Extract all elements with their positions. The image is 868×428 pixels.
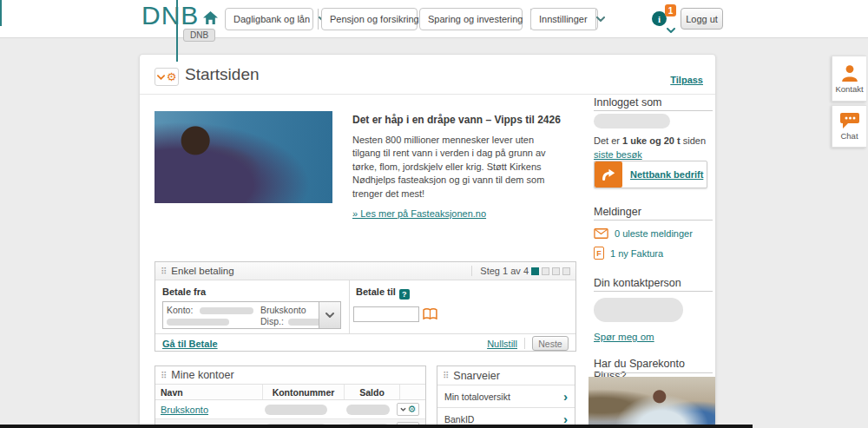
divider (594, 372, 713, 373)
visit-middle: siden (681, 135, 706, 146)
redacted-kontonummer (265, 405, 327, 415)
drag-handle-icon[interactable]: ⠿ (161, 267, 167, 276)
shortcut-totaloversikt[interactable]: Min totaloversikt › (437, 385, 575, 407)
reset-link[interactable]: Nullstill (487, 339, 517, 349)
nav-label: Innstillinger (531, 14, 595, 24)
address-book-icon[interactable] (423, 307, 437, 323)
invoice-link[interactable]: F 1 ny Faktura (594, 247, 663, 260)
divider (594, 220, 713, 221)
account-select[interactable]: Konto: Brukskonto Disp.: (162, 301, 341, 329)
dnb-netbank-page: DNB Dagligbank og lån Pensjon og forsikr… (0, 0, 868, 428)
next-button[interactable]: Neste (532, 336, 569, 351)
payment-footer: Gå til Betale Nullstill Neste (155, 333, 575, 352)
article-link[interactable]: » Les mer på Fasteaksjonen.no (352, 208, 486, 219)
accounts-widget-header: ⠿ Mine kontoer (155, 366, 425, 384)
customize-link[interactable]: Tilpass (670, 75, 703, 85)
person-icon (840, 63, 859, 82)
article: Det er håp i en dråpe vann – Vipps til 2… (352, 114, 562, 221)
nav-pensjon[interactable]: Pensjon og forsikring (321, 8, 418, 30)
shortcuts-widget-title: Snarveier (453, 370, 500, 382)
last-visit-text: Det er 1 uke og 20 t siden siste besøk (594, 135, 713, 162)
ask-me-link[interactable]: Spør meg om (594, 332, 654, 342)
page-header: ⚙ Startsiden Tilpass (140, 55, 715, 95)
nav-label: Dagligbank og lån (226, 14, 318, 24)
page-settings-button[interactable]: ⚙ (155, 68, 179, 86)
payment-body: Betale fra Betale til? Konto: Brukskonto… (155, 280, 575, 333)
info-glyph: i (658, 14, 661, 24)
step-indicator: Steg 1 av 4 (471, 266, 570, 276)
redacted-balance (167, 319, 229, 326)
help-icon[interactable]: ? (399, 289, 410, 300)
dnb-logo-tooltip: DNB (183, 29, 215, 42)
drag-handle-icon[interactable]: ⠿ (161, 371, 167, 380)
gear-icon: ⚙ (167, 71, 177, 82)
step-1-active (531, 267, 539, 275)
last-visit-link[interactable]: siste besøk (594, 149, 642, 160)
divider (471, 266, 472, 276)
accounts-widget: ⠿ Mine kontoer Navn Kontonummer Saldo Br… (155, 365, 426, 428)
unread-messages-label: 0 uleste meldinger (615, 228, 693, 239)
nav-label: Sparing og investering (420, 14, 530, 24)
visit-prefix: Det er (594, 135, 622, 146)
contact-button[interactable]: Kontakt (832, 56, 866, 102)
article-title: Det er håp i en dråpe vann – Vipps til 2… (352, 114, 562, 126)
drag-handle-icon[interactable]: ⠿ (443, 371, 449, 380)
article-body: Nesten 800 millioner mennesker lever ute… (352, 134, 562, 201)
visit-duration: 1 uke og 20 t (622, 135, 681, 146)
nav-innstillinger[interactable]: Innstillinger (530, 8, 598, 30)
logout-button[interactable]: Logg ut (681, 8, 723, 30)
sparekonto-promo-image[interactable] (589, 377, 715, 428)
pay-to-label: Betale til? (356, 286, 410, 300)
account-actions-button[interactable]: ⚙ (397, 403, 419, 416)
chevron-down-icon (319, 302, 340, 328)
nettbank-label: Nettbank bedrift (630, 169, 703, 180)
contact-person-heading: Din kontaktperson (594, 277, 713, 289)
account-name: Brukskonto (260, 305, 306, 315)
divider (524, 338, 525, 349)
accounts-table-header: Navn Kontonummer Saldo (155, 384, 425, 400)
nettbank-bedrift-button[interactable]: Nettbank bedrift (594, 161, 707, 188)
pay-to-input[interactable] (353, 306, 419, 322)
main-card: ⚙ Startsiden Tilpass Det er håp i en drå… (139, 54, 716, 428)
shortcuts-widget-header: ⠿ Snarveier (437, 366, 575, 385)
logged-in-heading: Innlogget som (594, 96, 713, 109)
payment-widget: ⠿ Enkel betaling Steg 1 av 4 Betale fra … (155, 261, 576, 352)
shortcut-label: BankID (444, 414, 474, 425)
nav-label: Pensjon og forsikring (322, 14, 427, 24)
home-icon[interactable] (203, 11, 218, 24)
account-prefix: Konto: (167, 305, 193, 315)
col-saldo: Saldo (345, 385, 400, 399)
step-text: Steg 1 av 4 (480, 266, 529, 276)
go-to-betale-link[interactable]: Gå til Betale (162, 339, 218, 349)
notification-badge: 1 (665, 4, 676, 16)
col-kontonummer: Kontonummer (263, 385, 345, 399)
article-image[interactable] (155, 111, 332, 203)
nav-dagligbank[interactable]: Dagligbank og lån (225, 8, 313, 30)
payment-widget-header: ⠿ Enkel betaling Steg 1 av 4 (155, 262, 575, 280)
unread-messages-link[interactable]: 0 uleste meldinger (594, 228, 693, 239)
step-3 (552, 267, 560, 275)
shortcut-label: Min totaloversikt (444, 392, 510, 402)
step-4 (562, 267, 570, 275)
gear-icon: ⚙ (408, 405, 417, 414)
account-link[interactable]: Brukskonto (155, 405, 258, 415)
redirect-arrow-icon (595, 161, 622, 188)
step-2 (542, 267, 549, 275)
redacted-contact-person (594, 298, 683, 322)
redacted-saldo (346, 405, 390, 415)
nav-sparing[interactable]: Sparing og investering (419, 8, 523, 30)
chevron-down-icon[interactable] (667, 21, 675, 36)
disp-label: Disp.: (260, 316, 284, 326)
chat-button[interactable]: Chat (832, 105, 866, 148)
dnb-logo[interactable]: DNB (141, 1, 199, 30)
dnb-logo-stem (176, 0, 178, 62)
col-actions (400, 385, 425, 399)
pay-to-text: Betale til (356, 286, 396, 297)
page-title: Startsiden (185, 65, 260, 84)
messages-heading: Meldinger (594, 206, 713, 218)
envelope-icon (594, 228, 608, 239)
chat-label: Chat (840, 131, 858, 141)
corner-accent (0, 0, 2, 26)
chevron-down-icon (595, 9, 605, 30)
divider (349, 280, 350, 333)
